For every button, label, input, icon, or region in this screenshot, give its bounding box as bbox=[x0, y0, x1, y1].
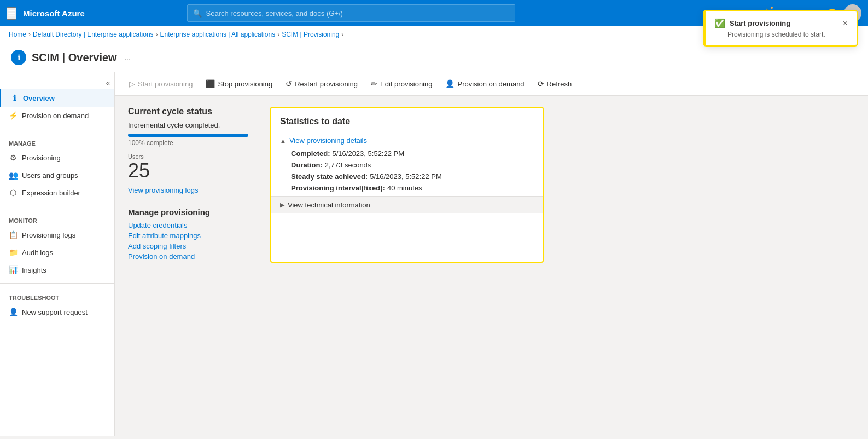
provisioning-icon: ⚙ bbox=[9, 153, 18, 162]
breadcrumb-home[interactable]: Home bbox=[9, 31, 26, 38]
audit-icon: 📁 bbox=[9, 248, 18, 257]
users-count-number: 25 bbox=[128, 160, 248, 182]
refresh-icon: ⟳ bbox=[538, 79, 544, 88]
statistics-title: Statistics to date bbox=[280, 117, 534, 126]
left-column: Current cycle status Incremental cycle c… bbox=[128, 107, 248, 263]
sidebar-divider-monitor bbox=[0, 206, 114, 206]
breadcrumb-enterprise-apps[interactable]: Enterprise applications | All applicatio… bbox=[160, 31, 276, 38]
sidebar-item-overview[interactable]: ℹ Overview bbox=[0, 89, 114, 107]
provision-demand-icon: ⚡ bbox=[9, 111, 18, 120]
steady-state-label: Steady state achieved: bbox=[291, 172, 368, 181]
duration-row: Duration: 2,773 seconds bbox=[280, 159, 534, 171]
sidebar-item-overview-label: Overview bbox=[23, 94, 55, 102]
completed-row: Completed: 5/16/2023, 5:52:22 PM bbox=[280, 148, 534, 159]
provision-on-demand-manage-link[interactable]: Provision on demand bbox=[128, 252, 248, 261]
edit-attribute-mappings-link[interactable]: Edit attribute mappings bbox=[128, 232, 248, 240]
sidebar-collapse-button[interactable]: « bbox=[0, 77, 114, 89]
sidebar-item-insights-label: Insights bbox=[22, 266, 46, 274]
sidebar-item-audit-logs[interactable]: 📁 Audit logs bbox=[0, 244, 114, 261]
start-prov-icon: ▷ bbox=[129, 79, 135, 88]
sidebar-item-users-groups-label: Users and groups bbox=[22, 171, 78, 180]
breadcrumb-sep-3: › bbox=[277, 31, 279, 38]
sidebar-item-new-support-label: New support request bbox=[22, 308, 88, 316]
sidebar-item-expression-builder-label: Expression builder bbox=[22, 189, 80, 197]
edit-provisioning-button[interactable]: ✏ Edit provisioning bbox=[365, 77, 438, 91]
update-credentials-link[interactable]: Update credentials bbox=[128, 221, 248, 229]
interval-row: Provisioning interval(fixed): 40 minutes bbox=[280, 182, 534, 194]
provision-on-demand-button[interactable]: 👤 Provision on demand bbox=[440, 77, 529, 91]
restart-provisioning-button[interactable]: ↺ Restart provisioning bbox=[280, 77, 363, 91]
sidebar-item-provision-on-demand-label: Provision on demand bbox=[22, 112, 89, 120]
start-provisioning-button[interactable]: ▷ Start provisioning bbox=[124, 77, 198, 91]
current-cycle-title: Current cycle status bbox=[128, 107, 248, 117]
more-options-button[interactable]: ... bbox=[123, 51, 133, 64]
view-provisioning-details-toggle[interactable]: ▲ View provisioning details bbox=[280, 133, 534, 148]
view-technical-info-toggle[interactable]: ▶ View technical information bbox=[271, 196, 543, 213]
sidebar-item-provisioning-label: Provisioning bbox=[22, 154, 61, 162]
insights-icon: 📊 bbox=[9, 265, 18, 274]
duration-value: 2,773 seconds bbox=[325, 161, 371, 169]
sidebar-item-provision-on-demand[interactable]: ⚡ Provision on demand bbox=[0, 107, 114, 124]
manage-provisioning-title: Manage provisioning bbox=[128, 207, 248, 217]
toast-close-button[interactable]: × bbox=[843, 19, 848, 28]
sidebar-item-provisioning[interactable]: ⚙ Provisioning bbox=[0, 149, 114, 166]
stop-provisioning-label: Stop provisioning bbox=[218, 80, 272, 88]
overview-icon: ℹ bbox=[10, 94, 19, 102]
sidebar-item-users-groups[interactable]: 👥 Users and groups bbox=[0, 166, 114, 184]
refresh-label: Refresh bbox=[547, 80, 572, 88]
toast-notification: ✅ Start provisioning × Provisioning is s… bbox=[704, 11, 857, 45]
progress-label: 100% complete bbox=[128, 139, 248, 147]
restart-provisioning-label: Restart provisioning bbox=[295, 80, 358, 88]
content-area: ▷ Start provisioning ⬛ Stop provisioning… bbox=[115, 72, 868, 436]
restart-prov-icon: ↺ bbox=[286, 79, 292, 88]
edit-prov-icon: ✏ bbox=[371, 79, 377, 88]
provision-on-demand-label: Provision on demand bbox=[457, 80, 524, 88]
stop-prov-icon: ⬛ bbox=[206, 79, 215, 88]
view-provisioning-details-label: View provisioning details bbox=[289, 136, 367, 145]
duration-label: Duration: bbox=[291, 161, 323, 169]
sidebar-item-audit-logs-label: Audit logs bbox=[22, 249, 53, 257]
completed-label: Completed: bbox=[291, 149, 330, 158]
search-input[interactable] bbox=[206, 9, 509, 18]
sidebar-item-expression-builder[interactable]: ⬡ Expression builder bbox=[0, 184, 114, 201]
toolbar: ▷ Start provisioning ⬛ Stop provisioning… bbox=[115, 72, 868, 96]
current-cycle-section: Current cycle status Incremental cycle c… bbox=[128, 107, 248, 194]
sidebar-item-insights[interactable]: 📊 Insights bbox=[0, 261, 114, 279]
main-content: Current cycle status Incremental cycle c… bbox=[115, 96, 868, 274]
progress-bar-container bbox=[128, 134, 248, 137]
manage-provisioning-section: Manage provisioning Update credentials E… bbox=[128, 207, 248, 261]
stop-provisioning-button[interactable]: ⬛ Stop provisioning bbox=[200, 77, 278, 91]
breadcrumb-directory[interactable]: Default Directory | Enterprise applicati… bbox=[33, 31, 154, 38]
page-header: ℹ SCIM | Overview ... bbox=[0, 43, 868, 72]
completed-value: 5/16/2023, 5:52:22 PM bbox=[333, 149, 405, 158]
toast-title: Start provisioning bbox=[730, 19, 838, 27]
search-bar[interactable]: 🔍 bbox=[187, 4, 515, 22]
sidebar-section-manage: Manage bbox=[0, 134, 114, 149]
add-scoping-filters-link[interactable]: Add scoping filters bbox=[128, 242, 248, 250]
toast-header: ✅ Start provisioning × bbox=[714, 18, 848, 28]
toast-body: Provisioning is scheduled to start. bbox=[714, 31, 848, 38]
toast-success-icon: ✅ bbox=[714, 18, 725, 28]
breadcrumb-sep-1: › bbox=[28, 31, 31, 38]
tech-info-arrow-icon: ▶ bbox=[280, 201, 284, 209]
interval-value: 40 minutes bbox=[387, 184, 422, 192]
breadcrumb-sep-4: › bbox=[341, 31, 343, 38]
statistics-card: Statistics to date ▲ View provisioning d… bbox=[270, 107, 544, 263]
sidebar-divider-troubleshoot bbox=[0, 283, 114, 284]
current-cycle-subtitle: Incremental cycle completed. bbox=[128, 121, 248, 129]
content-row: Current cycle status Incremental cycle c… bbox=[128, 107, 855, 263]
view-provisioning-details-section: ▲ View provisioning details Completed: 5… bbox=[280, 133, 534, 194]
start-provisioning-label: Start provisioning bbox=[138, 80, 193, 88]
sidebar-item-new-support[interactable]: 👤 New support request bbox=[0, 303, 114, 321]
hamburger-menu[interactable]: ☰ bbox=[7, 7, 16, 20]
sidebar-item-provisioning-logs[interactable]: 📋 Provisioning logs bbox=[0, 226, 114, 244]
notification-dot bbox=[770, 5, 774, 10]
main-layout: « ℹ Overview ⚡ Provision on demand Manag… bbox=[0, 72, 868, 436]
steady-state-value: 5/16/2023, 5:52:22 PM bbox=[370, 172, 442, 181]
page-icon: ℹ bbox=[11, 50, 26, 65]
view-provisioning-logs-link[interactable]: View provisioning logs bbox=[128, 186, 198, 194]
breadcrumb-scim[interactable]: SCIM | Provisioning bbox=[282, 31, 339, 38]
sidebar-section-troubleshoot: Troubleshoot bbox=[0, 288, 114, 303]
page-title: SCIM | Overview bbox=[32, 51, 117, 64]
refresh-button[interactable]: ⟳ Refresh bbox=[532, 77, 578, 91]
